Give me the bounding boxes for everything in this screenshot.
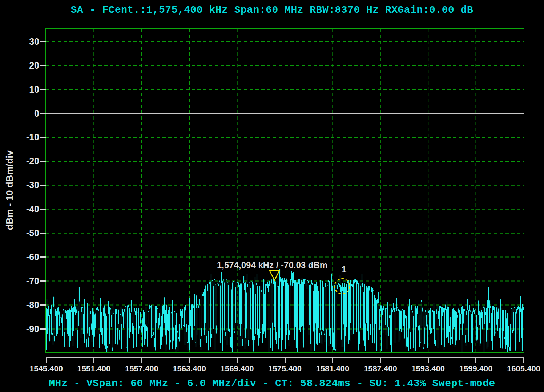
y-tick-mark bbox=[40, 137, 46, 138]
x-tick-mark bbox=[141, 357, 142, 363]
marker-peak-triangle-icon bbox=[269, 270, 279, 280]
x-tick-label: 1599.400 bbox=[452, 364, 500, 373]
x-tick-label: 1575.400 bbox=[261, 364, 309, 373]
y-tick-label: -70 bbox=[14, 276, 39, 286]
spectrum-plot-area[interactable] bbox=[45, 28, 524, 353]
sa-header-status: SA - FCent.:1,575,400 kHz Span:60 MHz RB… bbox=[0, 4, 544, 16]
y-tick-label: -40 bbox=[14, 205, 39, 214]
y-tick-mark bbox=[40, 65, 46, 66]
y-tick-label: -60 bbox=[14, 252, 39, 262]
x-tick-label: 1587.400 bbox=[357, 364, 404, 373]
x-tick-label: 1605.400 bbox=[500, 364, 544, 373]
x-tick-mark bbox=[428, 357, 429, 363]
x-tick-label: 1569.400 bbox=[214, 364, 261, 373]
sa-footer-status: MHz - VSpan: 60 MHz - 6.0 MHz/div - CT: … bbox=[0, 378, 544, 389]
y-tick-mark bbox=[40, 89, 46, 90]
x-tick-mark bbox=[93, 357, 94, 363]
y-tick-label: -20 bbox=[14, 157, 39, 166]
x-tick-mark bbox=[523, 357, 524, 363]
y-tick-mark bbox=[40, 256, 46, 258]
y-tick-label: 30 bbox=[14, 37, 39, 46]
y-tick-label: 20 bbox=[14, 61, 39, 70]
y-tick-mark bbox=[40, 185, 46, 186]
x-tick-mark bbox=[46, 357, 47, 363]
x-tick-label: 1593.400 bbox=[404, 364, 452, 373]
spectrum-plot-svg bbox=[46, 29, 524, 352]
y-tick-label: -30 bbox=[14, 181, 39, 190]
y-tick-mark bbox=[40, 280, 46, 282]
x-tick-label: 1551.400 bbox=[70, 364, 117, 373]
y-axis-label: dBm - 10 dBm/div bbox=[4, 143, 15, 238]
y-tick-mark bbox=[40, 209, 46, 210]
y-tick-label: 10 bbox=[14, 85, 39, 94]
y-tick-label: 0 bbox=[14, 109, 39, 118]
x-tick-label: 1557.400 bbox=[118, 364, 165, 373]
y-tick-mark bbox=[40, 304, 46, 306]
y-tick-label: -90 bbox=[14, 324, 39, 334]
spectrum-analyzer-screen: SA - FCent.:1,575,400 kHz Span:60 MHz RB… bbox=[0, 0, 544, 392]
y-tick-mark bbox=[40, 233, 46, 234]
x-tick-mark bbox=[285, 357, 286, 363]
x-tick-mark bbox=[332, 357, 333, 363]
y-tick-mark bbox=[40, 328, 46, 330]
x-tick-mark bbox=[189, 357, 190, 363]
marker-readout: 1,574,094 kHz / -70.03 dBm bbox=[217, 260, 327, 270]
y-tick-mark bbox=[40, 113, 46, 114]
x-tick-label: 1581.400 bbox=[309, 364, 356, 373]
y-tick-label: -50 bbox=[14, 229, 39, 238]
y-tick-mark bbox=[40, 161, 46, 162]
x-tick-mark bbox=[475, 357, 476, 363]
x-tick-mark bbox=[380, 357, 381, 363]
y-tick-mark bbox=[40, 41, 46, 42]
x-tick-label: 1563.400 bbox=[166, 364, 213, 373]
x-tick-mark bbox=[237, 357, 238, 363]
marker-number-label: 1 bbox=[342, 264, 346, 275]
x-tick-label: 1545.400 bbox=[23, 364, 70, 373]
y-tick-label: -80 bbox=[14, 300, 39, 310]
y-tick-label: -10 bbox=[14, 133, 39, 142]
